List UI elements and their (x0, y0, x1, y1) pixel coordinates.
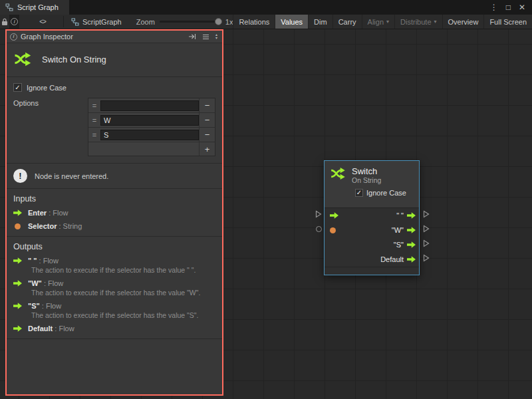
toolbar-buttons: Relations Values Dim Carry Align▾ Distri… (233, 15, 532, 29)
node-output-port-3[interactable] (423, 239, 430, 247)
close-icon[interactable]: ✕ (515, 3, 529, 12)
flow-out-port-icon[interactable] (407, 256, 416, 263)
distribute-label: Distribute (400, 18, 431, 26)
align-dropdown[interactable]: Align▾ (362, 15, 394, 29)
script-graph-icon (5, 3, 13, 11)
flow-in-port-icon[interactable] (330, 212, 338, 219)
flow-out-port-icon[interactable] (407, 227, 416, 233)
fullscreen-button[interactable]: Full Screen (483, 15, 532, 29)
node-output-label: Default (380, 255, 404, 263)
option-row-1: = − (88, 98, 215, 113)
inspector-header[interactable]: i Graph Inspector ▴ ▾ (7, 31, 222, 43)
node-output-label: "S" (394, 241, 404, 249)
zoom-label: Zoom (136, 18, 155, 26)
flow-port-icon (13, 257, 22, 264)
graph-canvas[interactable]: Switch On String ✓ Ignore Case " " "W" (0, 29, 532, 399)
option-input-1[interactable] (100, 100, 199, 111)
port-name: Default (28, 325, 53, 332)
values-button[interactable]: Values (275, 15, 308, 29)
relations-button[interactable]: Relations (233, 15, 275, 29)
node-output-port-default[interactable] (423, 254, 430, 262)
drag-handle-icon[interactable]: = (88, 102, 100, 110)
option-row-3: = − (88, 128, 215, 142)
info-icon: i (10, 33, 17, 41)
window-controls: ⋮ □ ✕ (486, 0, 532, 15)
option-input-2[interactable] (100, 115, 199, 126)
option-input-3[interactable] (100, 130, 199, 140)
port-name: "W" (28, 279, 42, 287)
caret-down-icon: ▾ (215, 37, 217, 40)
switch-icon (330, 166, 347, 185)
drag-handle-icon[interactable]: = (88, 116, 100, 124)
input-row-selector: Selector : String (13, 222, 215, 230)
dim-button[interactable]: Dim (308, 15, 332, 29)
outputs-heading: Outputs (13, 242, 215, 251)
window-titlebar: Script Graph ⋮ □ ✕ (0, 0, 532, 15)
node-output-port-2[interactable] (423, 225, 430, 233)
port-type: : Flow (42, 279, 63, 287)
graph-asset-icon (71, 18, 79, 26)
output-row-1: " " : Flow (13, 257, 215, 265)
port-type: : Flow (40, 302, 61, 310)
inspector-node-title: Switch On String (42, 55, 106, 65)
zoom-slider-handle[interactable] (215, 18, 222, 25)
overview-button[interactable]: Overview (442, 15, 484, 29)
zoom-control: Zoom 1x (136, 15, 233, 29)
dock-icon[interactable] (187, 33, 198, 40)
remove-option-button-3[interactable]: − (199, 128, 215, 142)
node-subtitle: On String (352, 176, 381, 185)
input-row-enter: Enter : Flow (13, 209, 215, 217)
value-port-icon (15, 223, 21, 229)
port-type: : Flow (53, 325, 74, 332)
port-description: The action to execute if the selector ha… (31, 289, 215, 297)
lock-icon (1, 18, 8, 26)
code-icon: <> (39, 18, 46, 25)
flow-out-port-icon[interactable] (407, 212, 416, 219)
code-view-button[interactable]: <> (38, 15, 47, 29)
relations-label: Relations (239, 18, 269, 26)
zoom-slider[interactable] (160, 21, 221, 23)
flow-port-icon (13, 325, 22, 332)
info-icon: i (11, 18, 18, 25)
remove-option-button-2[interactable]: − (199, 113, 215, 127)
selector-value-port-icon[interactable] (330, 227, 336, 233)
node-row-4: Default (325, 252, 419, 267)
node-selector-port[interactable] (316, 226, 322, 232)
menu-icon[interactable] (201, 34, 211, 40)
distribute-dropdown[interactable]: Distribute▾ (394, 15, 442, 29)
warning-icon: ! (13, 169, 27, 183)
maximize-icon[interactable]: □ (502, 3, 515, 12)
switch-on-string-node[interactable]: Switch On String ✓ Ignore Case " " "W" (324, 160, 420, 275)
flow-out-port-icon[interactable] (407, 241, 416, 248)
lock-button[interactable] (0, 15, 9, 29)
node-output-port-1[interactable] (423, 210, 430, 218)
carry-label: Carry (338, 18, 356, 26)
script-graph-window: Script Graph ⋮ □ ✕ i <> ScriptGraph Z (0, 0, 532, 399)
add-option-button[interactable]: + (199, 142, 215, 156)
graph-toolbar: i <> ScriptGraph Zoom 1x Relations Value… (0, 15, 532, 29)
inputs-heading: Inputs (13, 194, 215, 203)
node-output-label: " " (396, 211, 404, 219)
chevron-down-icon: ▾ (386, 19, 389, 25)
panel-carets-icon[interactable]: ▴ ▾ (214, 33, 219, 40)
drag-handle-icon[interactable]: = (88, 131, 100, 139)
warning-text: Node is never entered. (35, 172, 108, 180)
port-type: : String (57, 222, 82, 230)
remove-option-button-1[interactable]: − (199, 98, 215, 112)
inspector-toggle-button[interactable]: i (9, 15, 19, 29)
window-menu-icon[interactable]: ⋮ (486, 3, 502, 12)
ignore-case-label: Ignore Case (27, 84, 66, 92)
breadcrumb[interactable]: ScriptGraph (66, 15, 127, 29)
node-ignore-case-checkbox[interactable]: ✓ (355, 189, 363, 197)
inspector-empty-area (7, 339, 222, 394)
ignore-case-checkbox[interactable]: ✓ (13, 83, 22, 92)
tab-script-graph[interactable]: Script Graph (0, 0, 69, 15)
align-label: Align (368, 18, 384, 26)
dim-label: Dim (314, 18, 327, 26)
node-row-3: "S" (325, 237, 419, 252)
node-footer (325, 267, 419, 275)
carry-button[interactable]: Carry (332, 15, 362, 29)
node-enter-port[interactable] (315, 210, 322, 218)
inputs-section: Inputs Enter : Flow Selector : String (7, 189, 222, 237)
node-header[interactable]: Switch On String ✓ Ignore Case (325, 161, 419, 207)
